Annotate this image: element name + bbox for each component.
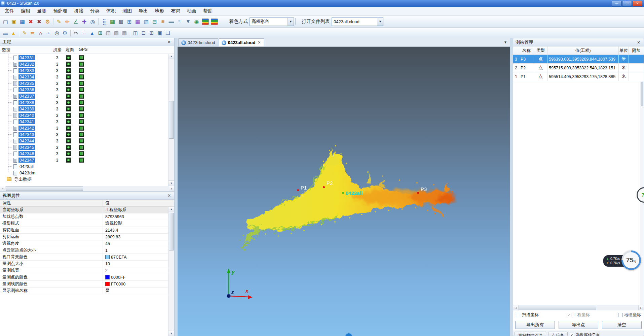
zoom-search-icon[interactable]: ◎ [53,29,61,37]
property-row[interactable]: 投影模式透视投影 [0,220,168,227]
property-row[interactable]: 剪切远面2809.83 [0,234,168,240]
classify-tool-icon[interactable]: ▦ [134,18,142,26]
split-horizontal-icon[interactable]: ◫ [131,29,140,37]
menu-item[interactable]: 预处理 [50,7,71,15]
measure-angle-icon[interactable]: ∠ [72,18,80,26]
tree-item[interactable]: 0423all [0,163,168,170]
props-scrollbar[interactable]: ▲ ▼ [168,207,174,336]
scroll-right-icon[interactable]: ► [638,305,644,310]
menu-item[interactable]: 布局 [167,7,184,15]
station-button[interactable]: 导出点 [559,321,598,329]
close-button[interactable]: ✕ [633,1,642,6]
section-tool-icon[interactable]: ⊟ [150,18,159,26]
magnet-tool-icon[interactable]: ∩ [37,29,45,37]
progress-circle-widget[interactable]: 75% [621,250,641,270]
close-icon[interactable]: ✕ [166,40,172,44]
export-folder-item[interactable]: 导出数据 [0,176,168,182]
menu-item[interactable]: 体积 [103,7,119,15]
filter-tool-icon[interactable]: ▼ [184,18,192,26]
property-row[interactable]: 点云渲染点的大小1 [0,247,168,254]
coord-checkbox[interactable]: ✓工程坐标 [567,312,590,318]
tree-item[interactable]: 0423433 [0,131,168,138]
property-row[interactable]: 量测点大小10 [0,261,168,267]
triangle-mesh-icon[interactable]: ▲ [88,29,96,37]
flatten-tool-icon[interactable]: ▬ [167,18,176,26]
scrollbar-thumb[interactable] [641,82,643,106]
scrollbar-thumb[interactable] [169,101,174,139]
tree-item[interactable]: 0423343 [0,74,168,80]
menu-item[interactable]: 帮助 [200,7,216,15]
tree-item[interactable]: 0423413 [0,119,168,125]
menu-item[interactable]: 量测 [34,7,50,15]
matrix-view-icon[interactable]: ▩ [117,18,125,26]
panel-splitter[interactable] [510,38,513,336]
station-row[interactable]: 1P1点595514.495,3953293.175,1828.885米 [513,72,644,81]
tree-item[interactable]: 0423313 [0,55,168,61]
cube-view-1-icon[interactable]: ▧ [104,29,112,37]
edit-pencil-icon[interactable]: ✎ [55,18,63,26]
panel-splitter[interactable] [175,38,178,336]
property-row[interactable]: 加载总点数87935963 [0,213,168,220]
open-file-list-select[interactable]: 0423all.cloud ▼ [332,18,383,26]
scissors-icon[interactable]: ✂ [72,29,80,37]
info-checkbox[interactable]: ✓选数据信息点 [570,332,600,336]
tree-item[interactable]: 0423393 [0,106,168,112]
menu-item[interactable]: 地形 [151,7,167,15]
property-row[interactable]: 剪切近面2143.4 [0,227,168,234]
tree-item[interactable]: 0423473 [0,157,168,163]
station-button[interactable]: 导出所有 [515,321,555,329]
bottom-tab[interactable]: 点信息 [548,332,568,336]
scrollbar-thumb[interactable] [6,187,83,191]
title-bar[interactable]: S 0423 - SiScan 2.0 — ❐ ✕ [0,0,644,7]
scroll-down-icon[interactable]: ▼ [168,331,174,336]
tree-item[interactable]: 0423323 [0,61,168,67]
draw-pencil-icon[interactable]: ✏ [63,18,72,26]
settings-gear-icon[interactable]: ⚙ [43,18,52,26]
elevation-colors-icon[interactable] [202,19,209,25]
property-row[interactable]: 当前坐标系工程坐标系 [0,207,168,213]
menu-item[interactable]: 分类 [87,7,103,15]
chevron-down-icon[interactable]: ▼ [288,18,294,26]
tree-item[interactable]: 0423373 [0,93,168,99]
tree-item[interactable]: 0423dm [0,170,168,176]
warning-triangle-icon[interactable]: ▲ [9,29,17,37]
duplicate-view-icon[interactable]: ▣ [156,29,164,37]
close-icon[interactable]: ✕ [166,193,172,198]
tree-item[interactable]: 0423453 [0,144,168,150]
property-row[interactable]: 透视角度45 [0,240,168,247]
tree-item[interactable]: 0423383 [0,99,168,106]
station-marker-p1[interactable] [297,189,299,191]
delete-all-icon[interactable]: ✖ [27,18,35,26]
scroll-down-icon[interactable]: ▼ [168,180,174,186]
scroll-left-icon[interactable]: ◄ [513,305,519,310]
property-row[interactable]: 视口背景颜色87CEFA [0,254,168,261]
scroll-up-icon[interactable]: ▲ [168,54,174,59]
pencil-yellow-icon[interactable]: ✎ [21,29,29,37]
maximize-button[interactable]: ❐ [622,1,632,6]
tab-list-chevron-icon[interactable]: ▼ [504,40,507,44]
property-row[interactable]: 量测线的颜色FF0000 [0,281,168,288]
profile-tool-icon[interactable]: ≡ [159,18,167,26]
menu-item[interactable]: 动画 [184,7,200,15]
station-marker-p2[interactable] [323,186,325,188]
station-column-header[interactable]: 单位 [619,46,629,55]
station-column-header[interactable] [513,46,519,55]
tree-hscrollbar[interactable]: ◄ ► [0,186,174,191]
minimize-button[interactable]: — [612,1,621,6]
tree-item[interactable]: 0423423 [0,125,168,131]
menu-item[interactable]: 拼接 [71,7,87,15]
menu-item[interactable]: 测图 [119,7,135,15]
scrollbar-thumb[interactable] [519,306,596,310]
station-hscrollbar[interactable]: ◄ ► [513,305,644,310]
cube-view-2-icon[interactable]: ▨ [112,29,120,37]
property-row[interactable]: 显示测站名称是 [0,288,168,294]
balance-tool-icon[interactable]: ± [45,29,53,37]
scroll-right-icon[interactable]: ► [169,186,174,191]
pick-point-icon[interactable]: ✚ [80,18,88,26]
close-icon[interactable]: ✕ [636,40,641,45]
smooth-tool-icon[interactable]: ≈ [176,18,184,26]
open-file-icon[interactable]: ▣ [10,18,18,26]
tree-item[interactable]: 0423353 [0,80,168,87]
tab-close-icon[interactable]: ✕ [258,40,261,45]
coord-checkbox[interactable]: 扫描坐标 [516,312,539,318]
